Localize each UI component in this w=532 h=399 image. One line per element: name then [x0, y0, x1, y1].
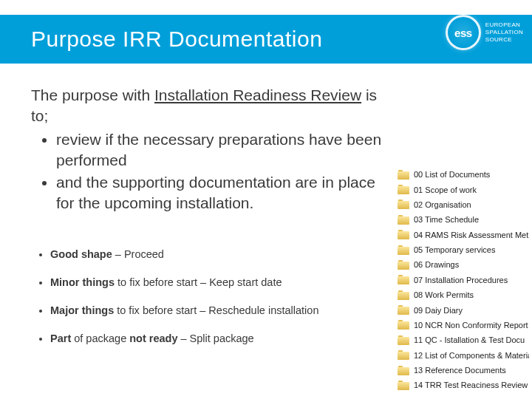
- folder-row[interactable]: 01 Scope of work: [396, 182, 532, 197]
- folder-icon: [398, 245, 409, 255]
- folder-label: 10 NCR Non Conformity Report: [414, 320, 528, 330]
- folder-row[interactable]: 02 Organisation: [396, 197, 532, 212]
- folder-icon: [398, 290, 409, 300]
- folder-label: 09 Daiy Diary: [414, 305, 463, 316]
- folder-icon: [398, 200, 409, 209]
- folder-icon: [398, 366, 409, 375]
- folder-row[interactable]: 13 Reference Documents: [396, 363, 532, 378]
- purpose-item: and the supporting documentation are in …: [56, 172, 393, 214]
- folder-label: 06 Drawings: [414, 259, 459, 270]
- purpose-item: review if the necessary preparations hav…: [56, 129, 393, 171]
- folder-icon: [398, 335, 409, 345]
- folder-icon: [398, 350, 409, 360]
- folder-icon: [398, 305, 409, 315]
- folder-label: 02 Organisation: [414, 200, 471, 210]
- folder-icon: [398, 260, 409, 270]
- folder-icon: [398, 185, 409, 194]
- folder-row[interactable]: 11 QC - Istallation & Test Docu: [396, 332, 532, 347]
- folder-row[interactable]: 09 Daiy Diary: [396, 302, 532, 317]
- folder-row[interactable]: 06 Drawings: [396, 257, 532, 272]
- folder-row[interactable]: 14 TRR Test Reaciness Review: [396, 378, 532, 392]
- folder-label: 13 Reference Documents: [414, 365, 506, 375]
- outcome-item: Minor things to fix before start – Keep …: [50, 276, 393, 289]
- folder-label: 14 TRR Test Reaciness Review: [414, 380, 528, 390]
- outcome-item: Major things to fix before start – Resch…: [50, 304, 393, 317]
- folder-icon: [398, 320, 409, 330]
- lead-prefix: The purpose with: [31, 86, 154, 103]
- lead-paragraph: The purpose with Installation Readiness …: [31, 85, 393, 126]
- folder-icon: [398, 215, 409, 225]
- content-area: The purpose with Installation Readiness …: [31, 85, 393, 360]
- folder-row[interactable]: 03 Time Schedule: [396, 212, 532, 227]
- brand-logo: ess EUROPEAN SPALLATION SOURCE: [446, 15, 523, 50]
- folder-label: 11 QC - Istallation & Test Docu: [414, 335, 525, 345]
- folder-icon: [398, 230, 409, 239]
- folder-label: 08 Work Permits: [414, 290, 474, 300]
- outcome-item: Part of package not ready – Split packag…: [50, 332, 393, 345]
- folder-label: 03 Time Schedule: [414, 214, 479, 225]
- folder-row[interactable]: 12 List of Components & Materia: [396, 348, 532, 363]
- folder-label: 04 RAMS Risk Assessment Metho: [414, 230, 529, 240]
- folder-icon: [398, 275, 409, 284]
- folder-icon: [398, 381, 409, 390]
- folder-row[interactable]: 00 List of Documents: [396, 167, 532, 182]
- folder-label: 12 List of Components & Materia: [414, 350, 529, 361]
- purpose-list: review if the necessary preparations hav…: [56, 129, 393, 214]
- folder-label: 00 List of Documents: [414, 169, 490, 180]
- folder-icon: [398, 170, 409, 180]
- outcome-item: Good shape – Proceed: [50, 248, 393, 261]
- folder-label: 05 Temporary services: [414, 245, 495, 255]
- folder-tree: 00 List of Documents 01 Scope of work 02…: [396, 167, 532, 393]
- lead-underlined: Installation Readiness Review: [154, 86, 361, 103]
- folder-row[interactable]: 04 RAMS Risk Assessment Metho: [396, 228, 532, 242]
- folder-row[interactable]: 10 NCR Non Conformity Report: [396, 318, 532, 332]
- folder-row[interactable]: 08 Work Permits: [396, 287, 532, 302]
- folder-row[interactable]: 05 Temporary services: [396, 242, 532, 257]
- ess-logo-mark: ess: [446, 15, 481, 50]
- folder-row[interactable]: 07 Installation Procedures: [396, 273, 532, 287]
- ess-logo-text: EUROPEAN SPALLATION SOURCE: [485, 21, 523, 44]
- folder-label: 01 Scope of work: [414, 185, 477, 195]
- outcome-list: Good shape – Proceed Minor things to fix…: [50, 248, 393, 345]
- folder-label: 07 Installation Procedures: [414, 275, 508, 285]
